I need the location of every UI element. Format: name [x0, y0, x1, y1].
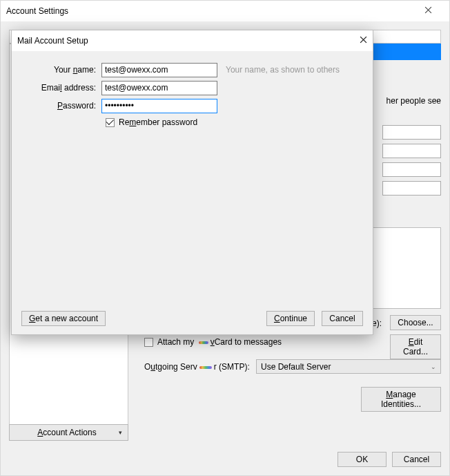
fragment-text: her people see: [387, 96, 441, 106]
modal-footer: Get a new account Continue Cancel: [12, 303, 373, 334]
name-label: Your name:: [21, 65, 101, 75]
modal-titlebar: Mail Account Setup: [12, 30, 373, 51]
remember-password-label: Remember password: [119, 117, 197, 127]
email-row: Email address:: [21, 79, 363, 97]
text-input-ghost[interactable]: [382, 144, 441, 158]
account-actions-button[interactable]: Account Actions ▾: [9, 424, 128, 441]
get-new-account-button[interactable]: Get a new account: [21, 311, 106, 326]
modal-cancel-button[interactable]: Cancel: [322, 311, 363, 326]
content-area: › › › › › › › › › her people see age):: [1, 21, 449, 475]
chevron-down-icon: ⌄: [431, 363, 436, 370]
attach-vcard-label: Attach my vCard to messages: [157, 337, 282, 347]
attach-vcard-checkbox[interactable]: Attach my vCard to messages: [144, 337, 282, 347]
smtp-selected-value: Use Default Server: [261, 362, 331, 372]
name-hint: Your name, as shown to others: [226, 65, 340, 75]
edit-card-button[interactable]: Edit Card...: [390, 334, 441, 359]
checkbox-checked-icon: [106, 118, 115, 127]
continue-button[interactable]: Continue: [266, 311, 315, 326]
email-label: Email address:: [21, 83, 101, 93]
password-row: Password:: [21, 97, 363, 115]
checkbox-icon: [144, 338, 153, 347]
dropdown-arrow-icon: ▾: [119, 429, 122, 436]
password-input[interactable]: [101, 99, 217, 113]
text-input-ghost[interactable]: [382, 125, 441, 140]
close-icon[interactable]: [413, 6, 444, 16]
smtp-select[interactable]: Use Default Server ⌄: [256, 359, 441, 374]
modal-body: Your name: Your name, as shown to others…: [12, 51, 373, 303]
text-input-ghost[interactable]: [382, 181, 441, 196]
manage-identities-button[interactable]: Manage Identities...: [361, 387, 441, 412]
redacted-icon: [199, 366, 212, 369]
name-input[interactable]: [101, 63, 217, 77]
ok-button[interactable]: OK: [338, 452, 387, 467]
redacted-icon: [199, 341, 208, 344]
text-input-ghost[interactable]: [382, 162, 441, 177]
outgoing-server-label: Outgoing Servr (SMTP):: [144, 362, 250, 372]
modal-title: Mail Account Setup: [17, 36, 360, 46]
cancel-button[interactable]: Cancel: [392, 452, 441, 467]
choose-button[interactable]: Choose...: [390, 315, 441, 330]
password-label: Password:: [21, 101, 101, 111]
remember-password-checkbox[interactable]: Remember password: [106, 117, 363, 127]
window-title: Account Settings: [6, 6, 413, 16]
dialog-button-row: OK Cancel: [338, 452, 441, 467]
email-input[interactable]: [101, 81, 217, 95]
titlebar: Account Settings: [1, 1, 449, 21]
account-settings-window: Account Settings › › › › › › › › › her p…: [0, 0, 450, 476]
edit-card-label-fragment: dit Card...: [403, 337, 428, 356]
name-row: Your name: Your name, as shown to others: [21, 61, 363, 79]
close-icon[interactable]: [360, 36, 367, 46]
mail-account-setup-dialog: Mail Account Setup Your name: Your name,…: [11, 30, 373, 335]
account-actions-label: Account Actions: [15, 428, 119, 437]
